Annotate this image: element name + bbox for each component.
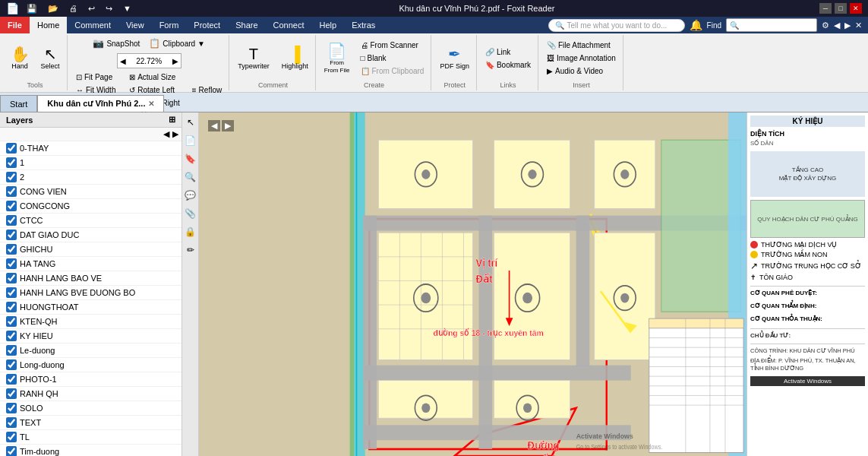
hand-tool-button[interactable]: ✋ Hand bbox=[6, 44, 33, 72]
layer-item[interactable]: KY HIEU bbox=[0, 329, 181, 344]
layer-item[interactable]: Tim-duong bbox=[0, 445, 181, 456]
find-options-icon[interactable]: ⚙ bbox=[822, 21, 829, 30]
zoom-control[interactable]: ◀ ▶ bbox=[117, 53, 181, 68]
layer-checkbox[interactable] bbox=[6, 446, 17, 456]
layer-item[interactable]: CONG VIEN bbox=[0, 185, 181, 199]
tell-search-bar[interactable]: 🔍 Tell me what you want to do... bbox=[548, 19, 685, 32]
layer-checkbox[interactable] bbox=[6, 331, 17, 341]
left-tool-page[interactable]: 📄 bbox=[184, 134, 197, 147]
redo-quick-btn[interactable]: ↪ bbox=[103, 4, 115, 14]
tab-protect[interactable]: Protect bbox=[186, 17, 228, 33]
zoom-input[interactable] bbox=[128, 57, 170, 65]
notification-icon[interactable]: 🔔 bbox=[690, 19, 702, 31]
image-annotation-button[interactable]: 🖼 Image Annotation bbox=[543, 52, 620, 64]
left-tool-comment[interactable]: 💬 bbox=[184, 188, 197, 202]
tab-close-icon[interactable]: ✕ bbox=[148, 100, 154, 108]
close-find-icon[interactable]: ✕ bbox=[855, 21, 862, 30]
minimize-button[interactable]: ─ bbox=[819, 3, 832, 14]
from-clipboard-button[interactable]: 📋 From Clipboard bbox=[357, 65, 428, 77]
layer-checkbox[interactable] bbox=[6, 374, 17, 385]
layer-checkbox[interactable] bbox=[6, 345, 17, 356]
tab-help[interactable]: Help bbox=[312, 17, 345, 33]
tab-form[interactable]: Form bbox=[152, 17, 187, 33]
layers-nav-next[interactable]: ▶ bbox=[172, 129, 178, 139]
layer-checkbox[interactable] bbox=[6, 157, 17, 168]
sidebar-expand-icon[interactable]: ⊞ bbox=[169, 115, 175, 125]
layer-item[interactable]: 0-THAY bbox=[0, 141, 181, 156]
nav-prev-page[interactable]: ◀ bbox=[208, 120, 220, 131]
layer-item[interactable]: HANH LANG BAO VE bbox=[0, 271, 181, 286]
highlight-button[interactable]: ▐ Highlight bbox=[278, 44, 312, 72]
zoom-increase-btn[interactable]: ▶ bbox=[170, 57, 181, 65]
layer-item[interactable]: GHICHU bbox=[0, 242, 181, 257]
left-tool-arrow[interactable]: ↖ bbox=[184, 116, 197, 129]
layer-checkbox[interactable] bbox=[6, 143, 17, 154]
snapshot-button[interactable]: 📷 SnapShot bbox=[89, 36, 144, 50]
layer-checkbox[interactable] bbox=[6, 432, 17, 442]
tab-extras[interactable]: Extras bbox=[344, 17, 383, 33]
typewriter-button[interactable]: T Typewriter bbox=[234, 44, 273, 72]
layer-item[interactable]: KTEN-QH bbox=[0, 315, 181, 329]
layer-checkbox[interactable] bbox=[6, 201, 17, 211]
link-button[interactable]: 🔗 Link bbox=[481, 46, 535, 58]
layer-item[interactable]: Le-duong bbox=[0, 344, 181, 358]
layer-item[interactable]: SOLO bbox=[0, 401, 181, 416]
sidebar-layers[interactable]: ◀ ▶ 0-THAY 1 2 CONG VIEN CONGCONG CTCC D… bbox=[0, 128, 181, 456]
tab-file[interactable]: File bbox=[0, 17, 30, 33]
audio-video-button[interactable]: ▶ Audio & Video bbox=[543, 65, 620, 77]
layer-checkbox[interactable] bbox=[6, 388, 17, 399]
layer-item[interactable]: HA TANG bbox=[0, 257, 181, 271]
tab-share[interactable]: Share bbox=[228, 17, 265, 33]
tab-pdf[interactable]: Khu dân cư Vĩnh Phú 2... ✕ bbox=[37, 95, 164, 112]
left-tool-bookmark[interactable]: 🔖 bbox=[184, 152, 197, 166]
pdf-sign-button[interactable]: ✒ PDF Sign bbox=[436, 44, 473, 72]
tab-start[interactable]: Start bbox=[0, 95, 37, 112]
layer-checkbox[interactable] bbox=[6, 273, 17, 283]
layers-nav-prev[interactable]: ◀ bbox=[163, 129, 169, 139]
layer-item[interactable]: CONGCONG bbox=[0, 199, 181, 214]
layer-item[interactable]: DAT GIAO DUC bbox=[0, 228, 181, 242]
tab-comment[interactable]: Comment bbox=[67, 17, 118, 33]
layer-item[interactable]: TL bbox=[0, 430, 181, 445]
save-quick-btn[interactable]: 💾 bbox=[24, 4, 40, 14]
undo-quick-btn[interactable]: ↩ bbox=[85, 4, 98, 14]
quick-access-more-btn[interactable]: ▼ bbox=[120, 4, 134, 13]
tab-view[interactable]: View bbox=[118, 17, 152, 33]
left-tool-attachment[interactable]: 📎 bbox=[184, 207, 197, 220]
layer-checkbox[interactable] bbox=[6, 316, 17, 327]
layer-checkbox[interactable] bbox=[6, 359, 17, 370]
find-prev-icon[interactable]: ◀ bbox=[834, 21, 840, 30]
layer-checkbox[interactable] bbox=[6, 244, 17, 255]
fit-width-button[interactable]: ↔ Fit Width bbox=[72, 84, 121, 96]
tab-connect[interactable]: Connect bbox=[266, 17, 312, 33]
clipboard-button[interactable]: 📋 Clipboard ▼ bbox=[145, 36, 208, 50]
layer-checkbox[interactable] bbox=[6, 186, 17, 197]
nav-next-page[interactable]: ▶ bbox=[222, 120, 234, 131]
rotate-left-button[interactable]: ↺ Rotate Left bbox=[125, 84, 184, 96]
layer-item[interactable]: HANH LANG BVE DUONG BO bbox=[0, 286, 181, 300]
left-tool-pen[interactable]: ✏ bbox=[184, 243, 197, 257]
from-file-button[interactable]: 📄 From From File bbox=[320, 41, 354, 76]
find-input[interactable] bbox=[742, 21, 803, 30]
actual-size-button[interactable]: ⊠ Actual Size bbox=[125, 71, 184, 83]
layer-checkbox[interactable] bbox=[6, 403, 17, 413]
layer-checkbox[interactable] bbox=[6, 215, 17, 226]
pdf-viewer[interactable]: Activate Windows Go to Settings to activ… bbox=[199, 112, 746, 456]
layer-checkbox[interactable] bbox=[6, 302, 17, 312]
layer-item[interactable]: 2 bbox=[0, 170, 181, 185]
layer-item[interactable]: HUONGTHOAT bbox=[0, 300, 181, 315]
layer-checkbox[interactable] bbox=[6, 287, 17, 298]
layer-item[interactable]: CTCC bbox=[0, 214, 181, 228]
print-quick-btn[interactable]: 🖨 bbox=[66, 4, 80, 13]
close-button[interactable]: ✕ bbox=[850, 3, 862, 14]
reflow-button[interactable]: ≡ Reflow bbox=[188, 84, 226, 96]
file-attachment-button[interactable]: 📎 File Attachment bbox=[543, 40, 620, 51]
left-tool-search[interactable]: 🔍 bbox=[184, 170, 197, 184]
bookmark-button[interactable]: 🔖 Bookmark bbox=[481, 59, 535, 71]
layer-item[interactable]: Long-duong bbox=[0, 358, 181, 372]
zoom-decrease-btn[interactable]: ◀ bbox=[118, 57, 128, 65]
layer-item[interactable]: TEXT bbox=[0, 416, 181, 430]
layer-checkbox[interactable] bbox=[6, 258, 17, 269]
left-tool-lock[interactable]: 🔒 bbox=[184, 225, 197, 239]
find-next-icon[interactable]: ▶ bbox=[844, 21, 851, 30]
